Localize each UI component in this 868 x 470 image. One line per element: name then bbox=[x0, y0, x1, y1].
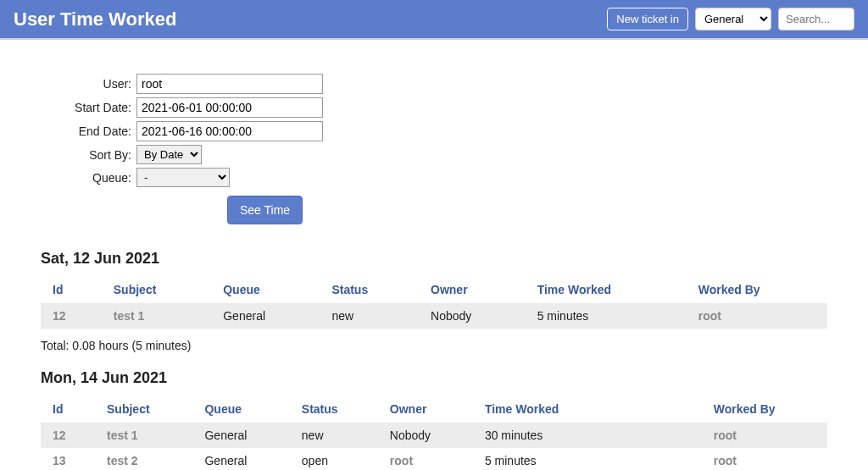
col-queue[interactable]: Queue bbox=[192, 395, 289, 423]
cell-id[interactable]: 12 bbox=[41, 423, 95, 448]
filter-form: User: Start Date: End Date: Sort By: By … bbox=[41, 74, 827, 224]
start-date-label: Start Date: bbox=[41, 101, 136, 114]
col-worked_by[interactable]: Worked By bbox=[687, 276, 827, 303]
cell-time-worked: 5 minutes bbox=[473, 448, 702, 470]
cell-time-worked: 5 minutes bbox=[526, 303, 687, 329]
cell-queue: General bbox=[192, 448, 289, 470]
col-owner[interactable]: Owner bbox=[378, 395, 473, 423]
results-container: Sat, 12 Jun 2021IdSubjectQueueStatusOwne… bbox=[41, 250, 827, 470]
col-owner[interactable]: Owner bbox=[419, 276, 526, 303]
day-heading: Mon, 14 Jun 2021 bbox=[41, 369, 827, 387]
col-time_worked[interactable]: Time Worked bbox=[473, 395, 702, 423]
new-ticket-button[interactable]: New ticket in bbox=[607, 8, 688, 30]
see-time-button[interactable]: See Time bbox=[227, 196, 303, 224]
cell-status: new bbox=[320, 303, 419, 329]
queue-label: Queue: bbox=[41, 171, 136, 185]
page-title: User Time Worked bbox=[14, 8, 176, 30]
cell-worked-by[interactable]: root bbox=[702, 448, 827, 470]
col-queue[interactable]: Queue bbox=[211, 276, 320, 303]
col-id[interactable]: Id bbox=[41, 276, 102, 303]
group-total: Total: 0.08 hours (5 minutes) bbox=[41, 339, 827, 352]
cell-id[interactable]: 13 bbox=[41, 448, 95, 470]
main-content: User: Start Date: End Date: Sort By: By … bbox=[0, 40, 868, 470]
day-heading: Sat, 12 Jun 2021 bbox=[41, 250, 827, 268]
sort-by-select[interactable]: By Date bbox=[136, 145, 202, 164]
cell-queue: General bbox=[192, 423, 289, 448]
table-row: 13test 2Generalopenroot5 minutesroot bbox=[41, 448, 827, 470]
header-actions: New ticket in General bbox=[607, 8, 854, 30]
cell-subject[interactable]: test 2 bbox=[95, 448, 192, 470]
end-date-label: End Date: bbox=[41, 124, 136, 138]
cell-worked-by[interactable]: root bbox=[702, 423, 827, 448]
time-table: IdSubjectQueueStatusOwnerTime WorkedWork… bbox=[41, 395, 827, 470]
time-table: IdSubjectQueueStatusOwnerTime WorkedWork… bbox=[41, 276, 827, 329]
col-worked_by[interactable]: Worked By bbox=[702, 395, 827, 423]
col-subject[interactable]: Subject bbox=[102, 276, 211, 303]
col-time_worked[interactable]: Time Worked bbox=[526, 276, 687, 303]
cell-owner[interactable]: root bbox=[378, 448, 473, 470]
col-status[interactable]: Status bbox=[320, 276, 419, 303]
cell-worked-by[interactable]: root bbox=[687, 303, 827, 329]
cell-id[interactable]: 12 bbox=[41, 303, 102, 329]
cell-status: new bbox=[290, 423, 378, 448]
top-header: User Time Worked New ticket in General bbox=[0, 0, 868, 40]
cell-subject[interactable]: test 1 bbox=[95, 423, 192, 448]
table-row: 12test 1GeneralnewNobody5 minutesroot bbox=[41, 303, 827, 329]
user-input[interactable] bbox=[136, 74, 323, 94]
col-subject[interactable]: Subject bbox=[95, 395, 192, 423]
cell-owner: Nobody bbox=[419, 303, 526, 329]
end-date-input[interactable] bbox=[136, 121, 323, 141]
cell-owner: Nobody bbox=[378, 423, 473, 448]
user-label: User: bbox=[41, 77, 136, 91]
start-date-input[interactable] bbox=[136, 97, 323, 118]
cell-queue: General bbox=[211, 303, 320, 329]
sort-by-label: Sort By: bbox=[41, 148, 136, 162]
queue-select[interactable]: - bbox=[136, 168, 230, 187]
col-status[interactable]: Status bbox=[290, 395, 378, 423]
search-input[interactable] bbox=[778, 8, 854, 30]
table-row: 12test 1GeneralnewNobody30 minutesroot bbox=[41, 423, 827, 448]
new-ticket-queue-select[interactable]: General bbox=[695, 8, 771, 30]
cell-status: open bbox=[290, 448, 378, 470]
col-id[interactable]: Id bbox=[41, 395, 95, 423]
cell-subject[interactable]: test 1 bbox=[102, 303, 211, 329]
cell-time-worked: 30 minutes bbox=[473, 423, 702, 448]
